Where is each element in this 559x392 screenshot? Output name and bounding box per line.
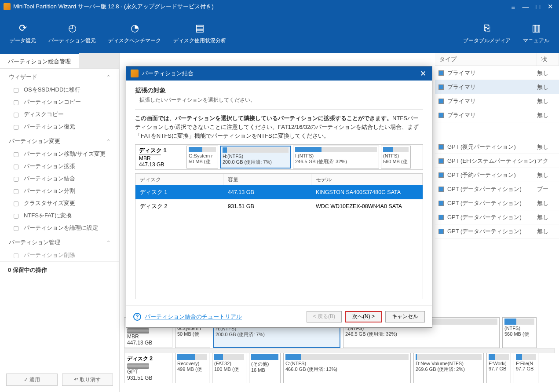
usage-bar — [489, 354, 509, 360]
modal-partition-block[interactable]: I:(NTFS)246.5 GB (使用済: 32%) — [293, 146, 379, 169]
color-swatch — [438, 215, 444, 220]
table-row[interactable]: GPT (予約パーティション)無し — [435, 168, 559, 182]
table-row[interactable]: GPT (復元パーティション)無し — [435, 140, 559, 154]
dialog-icon — [131, 70, 139, 77]
minimize-button[interactable]: — — [520, 2, 531, 11]
partition-block[interactable]: D:New Volume(NTFS)269.6 GB (使用済: 2%) — [413, 352, 484, 383]
table-row[interactable]: プライマリ無し — [435, 66, 559, 80]
sidebar-item[interactable]: ▢OSをSSD/HDDに移行 — [0, 84, 119, 96]
table-row[interactable]: プライマリ無し — [435, 94, 559, 108]
maximize-button[interactable]: ◻ — [533, 2, 543, 11]
col-disk: ディスク — [135, 174, 223, 185]
back-button: < 戻る(B) — [307, 311, 342, 322]
partition-block[interactable]: (NTFS)560 MB (使 — [502, 317, 537, 348]
item-icon: ▢ — [12, 123, 19, 130]
disk2-row: ディスク 2GPT931.51 GBRecovery(499 MB (使(FAT… — [124, 352, 555, 383]
usage-bar — [504, 319, 534, 325]
disk-label: ディスク 2GPT931.51 GB — [124, 352, 172, 383]
partition-block[interactable]: C:(NTFS)466.0 GB (使用済: 13%) — [283, 352, 411, 383]
sidebar-item[interactable]: ▢パーティション復元 — [0, 121, 119, 133]
partition-block[interactable]: (その他)16 MB — [249, 352, 281, 383]
sidebar-item[interactable]: ▢パーティションコピー — [0, 96, 119, 108]
next-button[interactable]: 次へ(N) > — [345, 311, 382, 322]
sidebar-item[interactable]: ▢パーティション削除 — [0, 249, 119, 261]
usage-bar — [295, 147, 377, 152]
item-icon: ▢ — [12, 200, 19, 207]
window-title: MiniTool Partition Wizard サーバー版 12.8 - (… — [13, 3, 508, 11]
disk-table-row[interactable]: ディスク 2931.51 GBWDC WD10EZEX-08WN4A0 SATA — [135, 199, 423, 213]
sidebar-item[interactable]: ▢パーティション移動/サイズ変更 — [0, 148, 119, 160]
modal-partition-block[interactable]: G:System r50 MB (使 — [186, 146, 218, 169]
table-row[interactable]: GPT (データパーティション)無し — [435, 224, 559, 238]
sidebar-item[interactable]: ▢パーティション拡張 — [0, 160, 119, 172]
sidebar-item[interactable]: ▢パーティションを論理に設定 — [0, 222, 119, 234]
manual-button[interactable]: ▥マニュアル — [517, 19, 555, 47]
partition-block[interactable]: (FAT32)100 MB (使 — [212, 352, 246, 383]
sidebar-item[interactable]: ▢NTFSをFATに変換 — [0, 209, 119, 222]
color-swatch — [438, 201, 444, 206]
table-row[interactable]: GPT (データパーティション)無し — [435, 210, 559, 224]
usage-bar — [285, 354, 409, 360]
usb-icon: ⎘ — [481, 22, 493, 34]
tab-inactive — [79, 53, 119, 68]
item-icon: ▢ — [12, 163, 19, 170]
table-row[interactable]: GPT (データパーティション)無し — [435, 196, 559, 210]
titlebar: MiniTool Partition Wizard サーバー版 12.8 - (… — [0, 0, 559, 13]
usage-bar — [416, 354, 482, 360]
modal-partition-block[interactable]: (NTFS)560 MB (使 — [381, 146, 411, 169]
partition-block[interactable]: F:File(N97.7 GB — [514, 352, 538, 383]
app-icon — [4, 3, 11, 10]
table-row[interactable]: GPT (EFIシステムパーティション)アク — [435, 154, 559, 168]
partition-block[interactable]: Recovery(499 MB (使 — [175, 352, 209, 383]
color-swatch — [438, 70, 444, 76]
dialog-title: パーティション結合 — [142, 70, 419, 77]
item-icon: ▢ — [12, 150, 19, 158]
disk-table-row[interactable]: ディスク 1447.13 GBKINGSTON SA400S37480G SAT… — [135, 185, 423, 199]
section-header[interactable]: パーティション変更⌃ — [0, 133, 119, 148]
partition-recovery-icon: ◴ — [66, 22, 78, 34]
tutorial-link[interactable]: パーティション結合のチュートリアル — [145, 313, 242, 321]
merge-partition-dialog: パーティション結合 ✕ 拡張の対象 拡張したいパーティションを選択してください。… — [126, 66, 432, 328]
undo-button[interactable]: ↶ 取り消す — [62, 374, 113, 386]
disk-icon — [127, 363, 149, 369]
sidebar-item[interactable]: ▢ディスクコピー — [0, 108, 119, 121]
disk-table: ディスク 容量 モデル ディスク 1447.13 GBKINGSTON SA40… — [135, 173, 423, 299]
data-recovery-icon: ⟳ — [17, 22, 29, 34]
section-header[interactable]: パーティション管理⌃ — [0, 234, 119, 249]
tab-partition-management[interactable]: パーティション総合管理 — [0, 53, 79, 68]
item-icon: ▢ — [12, 252, 19, 259]
section-header[interactable]: ウィザード⌃ — [0, 69, 119, 84]
color-swatch — [438, 84, 444, 90]
cancel-button[interactable]: キャンセル — [385, 311, 425, 322]
color-swatch — [438, 187, 444, 192]
table-row[interactable]: プライマリ無し — [435, 108, 559, 122]
bootable-media-button[interactable]: ⎘ブータブルメディア — [457, 19, 517, 47]
menu-icon[interactable]: ≡ — [508, 2, 519, 11]
disk-usage-button[interactable]: ▤ディスク使用状況分析 — [167, 19, 232, 47]
usage-bar — [251, 354, 278, 360]
usage-icon: ▤ — [194, 22, 206, 34]
sidebar-item[interactable]: ▢パーティション結合 — [0, 172, 119, 185]
sidebar-item[interactable]: ▢クラスタサイズ変更 — [0, 197, 119, 209]
item-icon: ▢ — [12, 212, 19, 219]
color-swatch — [438, 172, 444, 178]
sidebar-item[interactable]: ▢パーティション分割 — [0, 185, 119, 197]
scrollbar-horizontal[interactable] — [124, 348, 555, 353]
usage-bar — [214, 354, 244, 360]
table-row[interactable]: プライマリ無し — [435, 80, 559, 94]
modal-disk-layout: ディスク 1MBR447.13 GBG:System r50 MB (使H:(N… — [135, 144, 423, 170]
partition-recovery-button[interactable]: ◴パーティション復元 — [42, 19, 102, 47]
table-row[interactable]: GPT (データパーティション)ブー — [435, 182, 559, 196]
apply-button[interactable]: ✓ 適用 — [6, 374, 58, 386]
item-icon: ▢ — [12, 175, 19, 182]
dialog-close-button[interactable]: ✕ — [419, 69, 427, 78]
disk-benchmark-button[interactable]: ◔ディスクベンチマーク — [102, 19, 167, 47]
chevron-icon: ⌃ — [106, 240, 110, 245]
close-button[interactable]: ✕ — [545, 2, 555, 11]
item-icon: ▢ — [12, 99, 19, 106]
modal-partition-block[interactable]: H:(NTFS)200.0 GB (使用済: 7%) — [220, 146, 291, 169]
item-icon: ▢ — [12, 111, 19, 118]
data-recovery-button[interactable]: ⟳データ復元 — [4, 19, 42, 47]
dialog-subtitle: 拡張したいパーティションを選択してください。 — [135, 96, 423, 104]
partition-block[interactable]: E:Work(97.7 GB — [486, 352, 511, 383]
